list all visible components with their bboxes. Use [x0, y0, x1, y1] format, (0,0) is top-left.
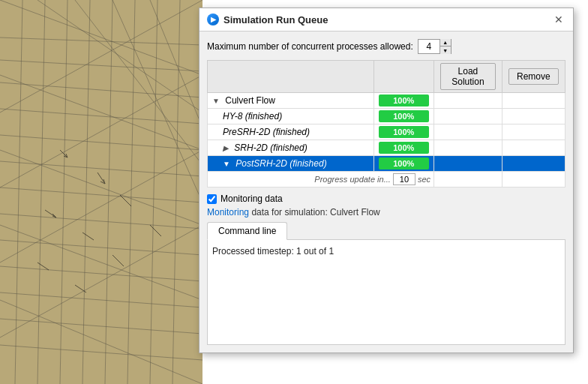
progress-update-label: Progress update in... sec [208, 172, 434, 188]
progress-cell: 100% [374, 156, 434, 172]
col-name [208, 61, 374, 93]
dialog-titlebar: ▶ Simulation Run Queue ✕ [200, 8, 573, 32]
progress-update-input[interactable] [393, 173, 416, 185]
load-solution-button[interactable]: Load Solution [440, 63, 496, 90]
dialog-title: Simulation Run Queue [224, 14, 328, 26]
monitoring-section: Monitoring data Monitoring data for simu… [207, 194, 566, 345]
table-row[interactable]: ▼ Culvert Flow 100% [208, 93, 566, 109]
progress-bar: 100% [379, 110, 430, 122]
row-name: HY-8 (finished) [223, 111, 282, 122]
progress-bar: 100% [379, 94, 430, 106]
tab-bar: Command line [207, 222, 566, 240]
command-line-text: Processed timestep: 1 out of 1 [212, 244, 560, 258]
row-label: ▼ PostSRH-2D (finished) [208, 156, 374, 172]
monitoring-info-text: data for simulation: [251, 207, 330, 218]
row-name: Culvert Flow [225, 95, 275, 106]
progress-update-row: Progress update in... sec [208, 172, 566, 188]
monitoring-checkbox[interactable] [207, 194, 217, 204]
title-left: ▶ Simulation Run Queue [207, 14, 328, 26]
table-row[interactable]: HY-8 (finished) 100% [208, 109, 566, 124]
tab-command-line[interactable]: Command line [207, 222, 287, 240]
monitoring-label: Monitoring data [220, 194, 283, 204]
col-load-solution: Load Solution [434, 61, 502, 93]
dialog-icon: ▶ [207, 14, 219, 26]
progress-bar: 100% [379, 158, 430, 170]
monitoring-info-prefix: Monitoring [207, 207, 249, 218]
row-label: ▶ SRH-2D (finished) [208, 140, 374, 156]
col-progress [374, 61, 434, 93]
remove-button[interactable]: Remove [508, 68, 559, 85]
command-line-area: Processed timestep: 1 out of 1 [207, 240, 566, 345]
row-name: PreSRH-2D (finished) [223, 127, 310, 137]
progress-cell: 100% [374, 124, 434, 140]
spinner-arrows: ▲ ▼ [440, 39, 451, 54]
simulation-run-queue-dialog: ▶ Simulation Run Queue ✕ Maximum number … [199, 8, 574, 353]
row-label: HY-8 (finished) [208, 109, 374, 124]
dialog-body: Maximum number of concurrent processes a… [200, 32, 573, 352]
background-map [0, 0, 202, 384]
spinner-up[interactable]: ▲ [440, 39, 451, 46]
spinner-down[interactable]: ▼ [440, 46, 451, 54]
progress-cell: 100% [374, 109, 434, 124]
close-button[interactable]: ✕ [552, 13, 566, 26]
toggle-icon: ▼ [223, 160, 230, 168]
row-name: SRH-2D (finished) [234, 142, 307, 153]
progress-bar: 100% [379, 142, 430, 154]
table-row-selected[interactable]: ▼ PostSRH-2D (finished) 100% [208, 156, 566, 172]
progress-cell: 100% [374, 140, 434, 156]
max-processes-input[interactable] [418, 40, 440, 53]
progress-bar: 100% [379, 126, 430, 138]
run-table: Load Solution Remove ▼ Culvert Flow 100% [207, 60, 566, 188]
table-row[interactable]: ▶ SRH-2D (finished) 100% [208, 140, 566, 156]
toggle-icon: ▼ [212, 97, 220, 105]
col-remove: Remove [502, 61, 565, 93]
row-label: PreSRH-2D (finished) [208, 124, 374, 140]
table-row[interactable]: PreSRH-2D (finished) 100% [208, 124, 566, 140]
progress-cell: 100% [374, 93, 434, 109]
max-processes-row: Maximum number of concurrent processes a… [207, 39, 566, 54]
row-label: ▼ Culvert Flow [208, 93, 374, 109]
monitoring-simulation-name: Culvert Flow [330, 207, 380, 218]
monitoring-check-row: Monitoring data [207, 194, 566, 204]
max-processes-label: Maximum number of concurrent processes a… [207, 41, 413, 52]
monitoring-info: Monitoring data for simulation: Culvert … [207, 207, 566, 218]
row-name: PostSRH-2D (finished) [236, 158, 326, 169]
progress-update-unit: sec [418, 175, 430, 184]
max-processes-spinner[interactable]: ▲ ▼ [418, 39, 452, 54]
toggle-icon: ▶ [223, 144, 229, 152]
